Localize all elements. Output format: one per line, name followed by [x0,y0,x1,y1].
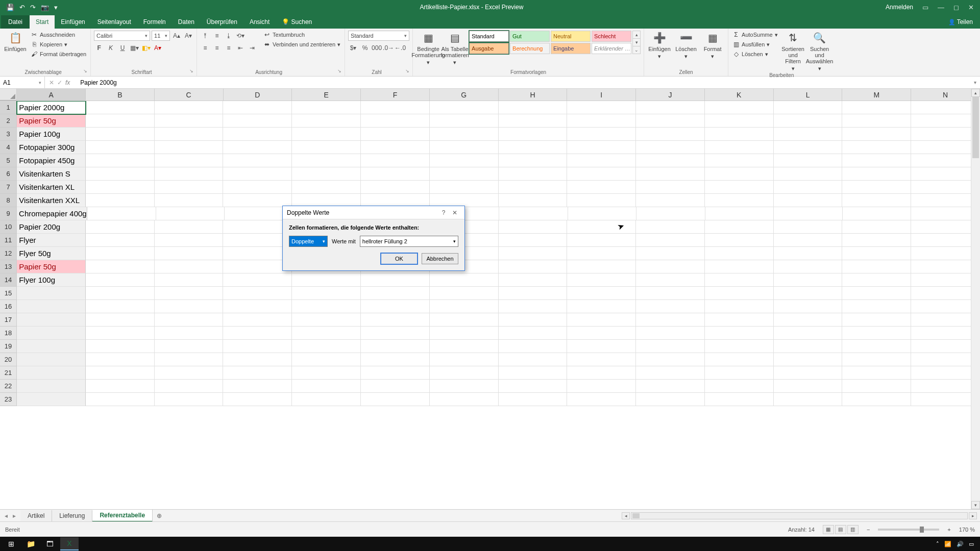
cell-I10[interactable] [567,220,636,234]
cell-I9[interactable] [568,207,637,220]
cell-N6[interactable] [911,167,980,181]
view-buttons[interactable]: ▦ ▤ ▥ [823,525,859,534]
cell-D16[interactable] [223,300,292,313]
cell-A17[interactable] [17,313,86,327]
cell-A11[interactable]: Flyer [17,234,86,247]
cell-H19[interactable] [499,340,568,353]
cell-F6[interactable] [361,167,430,181]
decrease-indent-icon[interactable]: ⇤ [235,43,246,53]
style-input[interactable]: Eingabe [551,43,591,54]
cell-B9[interactable] [87,207,156,220]
row-header[interactable]: 8 [0,194,17,207]
cell-E21[interactable] [292,366,361,380]
column-header-J[interactable]: J [636,89,705,101]
cell-K21[interactable] [705,366,774,380]
cell-L19[interactable] [774,340,843,353]
cell-M23[interactable] [842,393,911,406]
cell-I1[interactable] [567,101,636,114]
cell-J5[interactable] [636,154,705,167]
cell-M19[interactable] [842,340,911,353]
cell-A16[interactable] [17,300,86,313]
cell-N23[interactable] [911,393,980,406]
orientation-icon[interactable]: ⟲▾ [235,31,246,41]
taskbar-excel-icon[interactable]: X [60,537,79,550]
column-header-D[interactable]: D [224,89,292,101]
column-header-G[interactable]: G [430,89,499,101]
cell-N11[interactable] [911,234,980,247]
cell-C19[interactable] [155,340,224,353]
cell-K4[interactable] [705,141,774,154]
start-button[interactable]: ⊞ [2,537,20,550]
cell-C14[interactable] [155,273,224,287]
cell-H2[interactable] [499,114,568,128]
cell-M7[interactable] [842,181,911,194]
cell-G5[interactable] [430,154,499,167]
column-header-F[interactable]: F [361,89,430,101]
sheet-tab-lieferung[interactable]: Lieferung [52,510,92,521]
cell-F17[interactable] [361,313,430,327]
cell-M12[interactable] [842,247,911,260]
cell-E1[interactable] [292,101,361,114]
tray-up-icon[interactable]: ˄ [936,541,939,547]
cell-B3[interactable] [86,128,155,141]
cell-N17[interactable] [911,313,980,327]
cell-B4[interactable] [86,141,155,154]
tab-file[interactable]: Datei [1,15,30,29]
tab-review[interactable]: Überprüfen [201,15,243,29]
cell-M1[interactable] [842,101,911,114]
cell-J3[interactable] [636,128,705,141]
cell-F5[interactable] [361,154,430,167]
cell-G14[interactable] [430,273,499,287]
cell-E19[interactable] [292,340,361,353]
cell-H9[interactable] [499,207,568,220]
cell-C23[interactable] [155,393,224,406]
cell-H7[interactable] [499,181,568,194]
row-header[interactable]: 13 [0,260,17,273]
column-header-K[interactable]: K [705,89,774,101]
cell-L14[interactable] [774,273,843,287]
cell-F3[interactable] [361,128,430,141]
style-neutral[interactable]: Neutral [551,31,591,42]
cell-D21[interactable] [223,366,292,380]
cell-N12[interactable] [911,247,980,260]
tray-lang-icon[interactable]: ▭ [969,541,974,547]
column-header-I[interactable]: I [567,89,636,101]
page-break-view-icon[interactable]: ▥ [847,525,859,534]
column-header-N[interactable]: N [911,89,980,101]
ribbon-options-icon[interactable]: ▭ [922,4,928,11]
cell-M10[interactable] [842,220,911,234]
merge-center-button[interactable]: ⬌Verbinden und zentrieren ▾ [262,40,341,48]
column-header-L[interactable]: L [774,89,843,101]
cell-M2[interactable] [842,114,911,128]
cell-G15[interactable] [430,287,499,300]
cell-N1[interactable] [911,101,980,114]
system-tray[interactable]: ˄ 📶 🔊 ▭ [936,541,978,547]
cell-H17[interactable] [499,313,568,327]
cell-D5[interactable] [223,154,292,167]
cell-E2[interactable] [292,114,361,128]
wrap-text-button[interactable]: ↩Textumbruch [262,31,341,39]
cell-C7[interactable] [155,181,224,194]
cell-K17[interactable] [705,313,774,327]
cell-N10[interactable] [911,220,980,234]
cell-K14[interactable] [705,273,774,287]
gallery-up-icon[interactable]: ▴ [633,31,640,39]
cell-C2[interactable] [155,114,224,128]
enter-formula-icon[interactable]: ✓ [57,79,62,86]
cell-J20[interactable] [636,353,705,366]
cell-J15[interactable] [636,287,705,300]
cell-C4[interactable] [155,141,224,154]
cell-H10[interactable] [499,220,568,234]
cell-H18[interactable] [499,327,568,340]
cell-B14[interactable] [86,273,155,287]
cut-button[interactable]: ✂Ausschneiden [30,31,87,39]
find-select-button[interactable]: 🔍Suchen und Auswählen ▾ [807,31,832,71]
cell-F7[interactable] [361,181,430,194]
cell-E22[interactable] [292,380,361,393]
hscroll-right-icon[interactable]: ▸ [969,512,977,519]
cell-L1[interactable] [774,101,843,114]
cell-A3[interactable]: Papier 100g [17,128,86,141]
cell-N20[interactable] [911,353,980,366]
font-color-button[interactable]: A▾ [153,43,163,53]
cell-C10[interactable] [155,220,224,234]
